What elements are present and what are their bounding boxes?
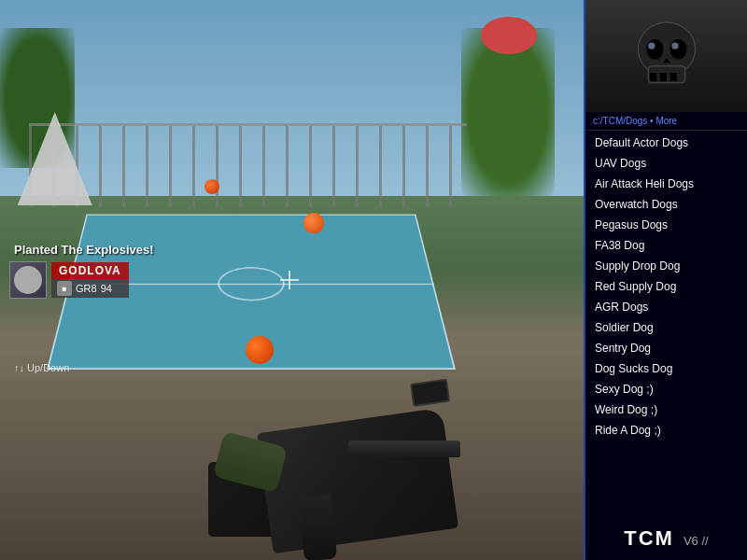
menu-item-soldier-dog[interactable]: Soldier Dog [585, 317, 747, 338]
controls-hint: ↑↓ Up/Down [14, 362, 69, 373]
menu-item-red-supply-dog[interactable]: Red Supply Dog [585, 276, 747, 297]
footer-brand-label: TCM [624, 526, 674, 551]
menu-panel[interactable]: c:/TCM/Dogs • More Default Actor DogsUAV… [584, 0, 747, 560]
menu-item-weird-dog[interactable]: Weird Dog ;) [585, 399, 747, 420]
menu-item-sentry-dog[interactable]: Sentry Dog [585, 338, 747, 358]
crosshair-vertical [289, 271, 290, 289]
avatar-face [14, 266, 42, 294]
menu-item-air-attack-heli-dogs[interactable]: Air Attack Heli Dogs [585, 174, 747, 194]
hud-player-info: GODLOVA ■ GR8 94 [9, 261, 129, 299]
player-name-bar: GODLOVA [51, 262, 129, 279]
svg-rect-4 [650, 73, 656, 81]
menu-items-list[interactable]: Default Actor DogsUAV DogsAir Attack Hel… [585, 131, 747, 442]
hud-notification: Planted The Explosives! [14, 243, 154, 257]
breadcrumb-text: c:/TCM/Dogs • More [593, 116, 677, 126]
menu-footer: TCM V6 // [585, 526, 747, 551]
player-name: GODLOVA [59, 264, 121, 277]
svg-point-2 [646, 39, 663, 60]
skull-svg [625, 14, 709, 98]
controls-text: ↑↓ Up/Down [14, 362, 69, 373]
svg-point-3 [669, 39, 686, 60]
svg-point-7 [648, 43, 655, 49]
chain-link-fence [29, 123, 467, 207]
menu-item-sexy-dog[interactable]: Sexy Dog ;) [585, 379, 747, 399]
weapon-sight [410, 379, 450, 407]
player-score-bar: ■ GR8 94 [51, 279, 129, 298]
menu-breadcrumb: c:/TCM/Dogs • More [585, 112, 747, 131]
menu-item-ride-a-dog[interactable]: Ride A Dog ;) [585, 420, 747, 441]
menu-item-fa38-dog[interactable]: FA38 Dog [585, 235, 747, 256]
menu-item-pegasus-dogs[interactable]: Pegasus Dogs [585, 215, 747, 235]
menu-item-dog-sucks-dog[interactable]: Dog Sucks Dog [585, 358, 747, 379]
menu-item-default-actor-dogs[interactable]: Default Actor Dogs [585, 133, 747, 153]
svg-point-8 [671, 43, 678, 49]
menu-item-supply-drop-dog[interactable]: Supply Drop Dog [585, 256, 747, 276]
weapon-body [256, 408, 458, 554]
player-avatar [9, 261, 47, 299]
footer-version-label: V6 // [684, 534, 709, 548]
weapon-firstperson [208, 299, 488, 560]
basketball-2 [204, 179, 219, 194]
player-score-value: 94 [101, 283, 112, 294]
svg-rect-5 [659, 73, 666, 81]
svg-rect-6 [669, 73, 676, 81]
game-scene: Planted The Explosives! GODLOVA ■ GR8 94… [0, 0, 584, 560]
score-icon: ■ [57, 281, 72, 296]
player-tag: GR8 [76, 283, 97, 294]
weapon-barrel [348, 441, 460, 457]
game-viewport: Planted The Explosives! GODLOVA ■ GR8 94… [0, 0, 747, 560]
menu-item-overwatch-dogs[interactable]: Overwatch Dogs [585, 194, 747, 215]
menu-item-agr-dogs[interactable]: AGR Dogs [585, 297, 747, 317]
menu-item-uav-dogs[interactable]: UAV Dogs [585, 153, 747, 174]
weapon-grip [299, 494, 337, 560]
notification-text: Planted The Explosives! [14, 243, 154, 257]
flowers-decoration [481, 17, 537, 54]
skull-image-area [585, 0, 747, 112]
basketball-1 [303, 213, 324, 233]
